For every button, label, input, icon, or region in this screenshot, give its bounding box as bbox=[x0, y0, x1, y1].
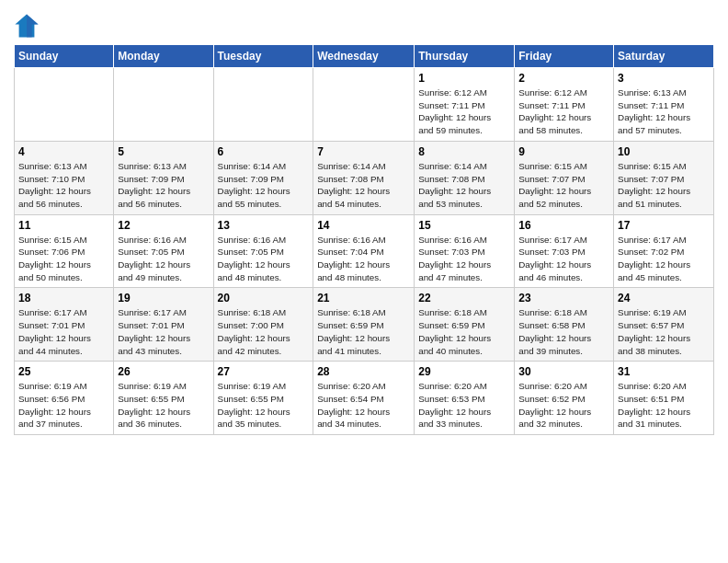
day-cell: 19Sunrise: 6:17 AMSunset: 7:01 PMDayligh… bbox=[114, 288, 213, 362]
day-cell: 18Sunrise: 6:17 AMSunset: 7:01 PMDayligh… bbox=[15, 288, 114, 362]
day-number: 4 bbox=[18, 145, 109, 158]
day-info: Sunrise: 6:14 AMSunset: 7:09 PMDaylight:… bbox=[218, 160, 310, 211]
day-number: 7 bbox=[317, 145, 410, 158]
week-row-3: 11Sunrise: 6:15 AMSunset: 7:06 PMDayligh… bbox=[15, 214, 714, 288]
day-info: Sunrise: 6:16 AMSunset: 7:05 PMDaylight:… bbox=[118, 234, 209, 284]
day-number: 1 bbox=[418, 72, 510, 85]
day-cell: 1Sunrise: 6:12 AMSunset: 7:11 PMDaylight… bbox=[415, 68, 515, 142]
day-info: Sunrise: 6:12 AMSunset: 7:11 PMDaylight:… bbox=[518, 86, 609, 137]
day-info: Sunrise: 6:16 AMSunset: 7:04 PMDaylight:… bbox=[317, 234, 410, 284]
day-number: 30 bbox=[518, 365, 609, 378]
week-row-5: 25Sunrise: 6:19 AMSunset: 6:56 PMDayligh… bbox=[15, 362, 714, 435]
day-number: 21 bbox=[317, 292, 410, 304]
day-cell: 25Sunrise: 6:19 AMSunset: 6:56 PMDayligh… bbox=[15, 362, 114, 435]
day-cell: 17Sunrise: 6:17 AMSunset: 7:02 PMDayligh… bbox=[614, 214, 714, 288]
day-cell: 24Sunrise: 6:19 AMSunset: 6:57 PMDayligh… bbox=[614, 288, 714, 362]
day-info: Sunrise: 6:14 AMSunset: 7:08 PMDaylight:… bbox=[418, 160, 510, 211]
day-number: 17 bbox=[618, 219, 710, 232]
week-row-2: 4Sunrise: 6:13 AMSunset: 7:10 PMDaylight… bbox=[15, 141, 714, 214]
day-info: Sunrise: 6:20 AMSunset: 6:53 PMDaylight:… bbox=[418, 380, 510, 431]
logo bbox=[14, 13, 43, 39]
day-cell: 4Sunrise: 6:13 AMSunset: 7:10 PMDaylight… bbox=[15, 141, 114, 214]
day-cell bbox=[15, 68, 114, 142]
day-cell: 31Sunrise: 6:20 AMSunset: 6:51 PMDayligh… bbox=[614, 362, 714, 435]
day-number: 25 bbox=[18, 365, 109, 378]
day-info: Sunrise: 6:15 AMSunset: 7:07 PMDaylight:… bbox=[518, 160, 609, 211]
day-info: Sunrise: 6:17 AMSunset: 7:02 PMDaylight:… bbox=[618, 234, 710, 284]
day-number: 27 bbox=[218, 365, 310, 378]
day-cell bbox=[313, 68, 415, 142]
col-header-monday: Monday bbox=[114, 45, 213, 68]
day-info: Sunrise: 6:20 AMSunset: 6:52 PMDaylight:… bbox=[518, 380, 609, 431]
day-number: 2 bbox=[518, 72, 609, 85]
day-number: 10 bbox=[618, 145, 710, 158]
header-row: SundayMondayTuesdayWednesdayThursdayFrid… bbox=[15, 45, 714, 68]
day-info: Sunrise: 6:16 AMSunset: 7:05 PMDaylight:… bbox=[218, 234, 310, 284]
day-info: Sunrise: 6:19 AMSunset: 6:55 PMDaylight:… bbox=[218, 380, 310, 431]
day-number: 16 bbox=[518, 219, 609, 232]
day-number: 23 bbox=[518, 292, 609, 304]
day-cell: 27Sunrise: 6:19 AMSunset: 6:55 PMDayligh… bbox=[213, 362, 313, 435]
day-cell: 12Sunrise: 6:16 AMSunset: 7:05 PMDayligh… bbox=[114, 214, 213, 288]
day-info: Sunrise: 6:19 AMSunset: 6:55 PMDaylight:… bbox=[118, 380, 209, 431]
day-number: 28 bbox=[317, 365, 410, 378]
day-cell: 5Sunrise: 6:13 AMSunset: 7:09 PMDaylight… bbox=[114, 141, 213, 214]
day-info: Sunrise: 6:12 AMSunset: 7:11 PMDaylight:… bbox=[418, 86, 510, 137]
day-cell: 7Sunrise: 6:14 AMSunset: 7:08 PMDaylight… bbox=[313, 141, 415, 214]
day-cell: 26Sunrise: 6:19 AMSunset: 6:55 PMDayligh… bbox=[114, 362, 213, 435]
day-cell: 10Sunrise: 6:15 AMSunset: 7:07 PMDayligh… bbox=[614, 141, 714, 214]
day-number: 31 bbox=[618, 365, 710, 378]
day-info: Sunrise: 6:18 AMSunset: 6:59 PMDaylight:… bbox=[317, 306, 410, 357]
day-info: Sunrise: 6:20 AMSunset: 6:54 PMDaylight:… bbox=[317, 380, 410, 431]
day-cell: 23Sunrise: 6:18 AMSunset: 6:58 PMDayligh… bbox=[515, 288, 614, 362]
day-number: 19 bbox=[118, 292, 209, 304]
day-info: Sunrise: 6:17 AMSunset: 7:01 PMDaylight:… bbox=[18, 306, 109, 357]
day-number: 15 bbox=[418, 219, 510, 232]
col-header-thursday: Thursday bbox=[415, 45, 515, 68]
day-info: Sunrise: 6:15 AMSunset: 7:06 PMDaylight:… bbox=[18, 234, 109, 284]
day-info: Sunrise: 6:18 AMSunset: 6:59 PMDaylight:… bbox=[418, 306, 510, 357]
day-info: Sunrise: 6:16 AMSunset: 7:03 PMDaylight:… bbox=[418, 234, 510, 284]
day-number: 29 bbox=[418, 365, 510, 378]
day-cell: 15Sunrise: 6:16 AMSunset: 7:03 PMDayligh… bbox=[415, 214, 515, 288]
day-cell: 14Sunrise: 6:16 AMSunset: 7:04 PMDayligh… bbox=[313, 214, 415, 288]
day-info: Sunrise: 6:13 AMSunset: 7:11 PMDaylight:… bbox=[618, 86, 710, 137]
day-number: 22 bbox=[418, 292, 510, 304]
day-cell: 8Sunrise: 6:14 AMSunset: 7:08 PMDaylight… bbox=[415, 141, 515, 214]
day-number: 8 bbox=[418, 145, 510, 158]
day-number: 20 bbox=[218, 292, 310, 304]
day-number: 18 bbox=[18, 292, 109, 304]
col-header-wednesday: Wednesday bbox=[313, 45, 415, 68]
day-info: Sunrise: 6:18 AMSunset: 6:58 PMDaylight:… bbox=[518, 306, 609, 357]
day-cell: 20Sunrise: 6:18 AMSunset: 7:00 PMDayligh… bbox=[213, 288, 313, 362]
day-number: 14 bbox=[317, 219, 410, 232]
page: SundayMondayTuesdayWednesdayThursdayFrid… bbox=[0, 0, 728, 444]
week-row-4: 18Sunrise: 6:17 AMSunset: 7:01 PMDayligh… bbox=[15, 288, 714, 362]
day-number: 13 bbox=[218, 219, 310, 232]
day-number: 11 bbox=[18, 219, 109, 232]
day-number: 12 bbox=[118, 219, 209, 232]
day-info: Sunrise: 6:14 AMSunset: 7:08 PMDaylight:… bbox=[317, 160, 410, 211]
col-header-friday: Friday bbox=[515, 45, 614, 68]
day-cell bbox=[213, 68, 313, 142]
day-cell: 11Sunrise: 6:15 AMSunset: 7:06 PMDayligh… bbox=[15, 214, 114, 288]
day-cell: 2Sunrise: 6:12 AMSunset: 7:11 PMDaylight… bbox=[515, 68, 614, 142]
day-cell: 21Sunrise: 6:18 AMSunset: 6:59 PMDayligh… bbox=[313, 288, 415, 362]
day-cell: 28Sunrise: 6:20 AMSunset: 6:54 PMDayligh… bbox=[313, 362, 415, 435]
day-cell: 3Sunrise: 6:13 AMSunset: 7:11 PMDaylight… bbox=[614, 68, 714, 142]
day-cell: 16Sunrise: 6:17 AMSunset: 7:03 PMDayligh… bbox=[515, 214, 614, 288]
day-number: 5 bbox=[118, 145, 209, 158]
day-cell: 13Sunrise: 6:16 AMSunset: 7:05 PMDayligh… bbox=[213, 214, 313, 288]
day-info: Sunrise: 6:20 AMSunset: 6:51 PMDaylight:… bbox=[618, 380, 710, 431]
day-number: 6 bbox=[218, 145, 310, 158]
day-cell: 29Sunrise: 6:20 AMSunset: 6:53 PMDayligh… bbox=[415, 362, 515, 435]
day-info: Sunrise: 6:19 AMSunset: 6:57 PMDaylight:… bbox=[618, 306, 710, 357]
day-info: Sunrise: 6:17 AMSunset: 7:03 PMDaylight:… bbox=[518, 234, 609, 284]
calendar-table: SundayMondayTuesdayWednesdayThursdayFrid… bbox=[14, 44, 714, 435]
week-row-1: 1Sunrise: 6:12 AMSunset: 7:11 PMDaylight… bbox=[15, 68, 714, 142]
day-cell: 30Sunrise: 6:20 AMSunset: 6:52 PMDayligh… bbox=[515, 362, 614, 435]
day-number: 26 bbox=[118, 365, 209, 378]
day-cell: 22Sunrise: 6:18 AMSunset: 6:59 PMDayligh… bbox=[415, 288, 515, 362]
day-cell bbox=[114, 68, 213, 142]
day-info: Sunrise: 6:15 AMSunset: 7:07 PMDaylight:… bbox=[618, 160, 710, 211]
